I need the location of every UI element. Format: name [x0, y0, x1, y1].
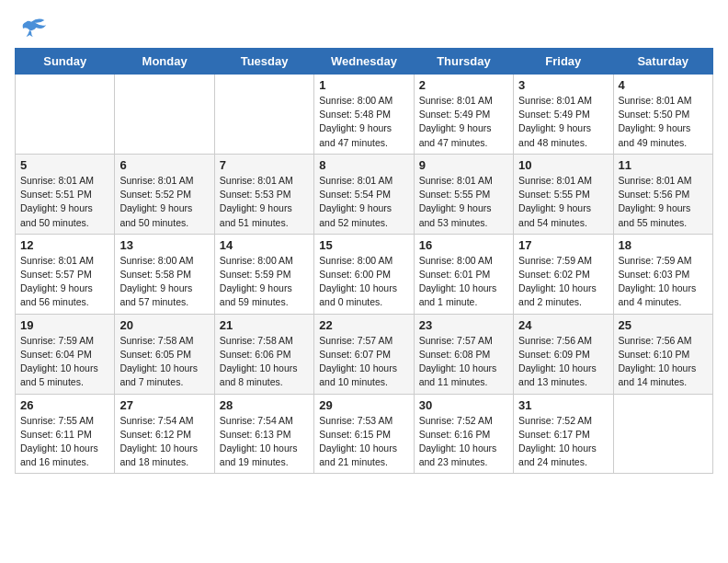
calendar-cell: 8Sunrise: 8:01 AM Sunset: 5:54 PM Daylig… — [314, 154, 414, 234]
day-number: 11 — [619, 158, 708, 172]
calendar-cell: 30Sunrise: 7:52 AM Sunset: 6:16 PM Dayli… — [414, 394, 513, 474]
calendar-cell: 11Sunrise: 8:01 AM Sunset: 5:56 PM Dayli… — [613, 154, 712, 234]
day-info: Sunrise: 8:01 AM Sunset: 5:54 PM Dayligh… — [319, 174, 408, 230]
day-number: 14 — [220, 238, 309, 252]
calendar-cell: 20Sunrise: 7:58 AM Sunset: 6:05 PM Dayli… — [115, 314, 214, 394]
week-row: 1Sunrise: 8:00 AM Sunset: 5:48 PM Daylig… — [16, 75, 713, 155]
header-cell-monday: Monday — [115, 49, 214, 75]
calendar-cell: 31Sunrise: 7:52 AM Sunset: 6:17 PM Dayli… — [514, 394, 613, 474]
header-row: SundayMondayTuesdayWednesdayThursdayFrid… — [16, 49, 713, 75]
week-row: 12Sunrise: 8:01 AM Sunset: 5:57 PM Dayli… — [16, 234, 713, 314]
logo-area — [15, 15, 51, 40]
calendar-cell: 2Sunrise: 8:01 AM Sunset: 5:49 PM Daylig… — [414, 75, 513, 155]
day-info: Sunrise: 8:01 AM Sunset: 5:50 PM Dayligh… — [619, 94, 708, 150]
calendar-cell: 16Sunrise: 8:00 AM Sunset: 6:01 PM Dayli… — [414, 234, 513, 314]
day-number: 6 — [119, 158, 209, 172]
day-number: 16 — [419, 238, 508, 252]
day-info: Sunrise: 8:01 AM Sunset: 5:57 PM Dayligh… — [20, 254, 109, 310]
day-number: 8 — [319, 158, 408, 172]
day-number: 17 — [518, 238, 608, 252]
day-number: 31 — [518, 398, 608, 412]
calendar-cell: 24Sunrise: 7:56 AM Sunset: 6:09 PM Dayli… — [514, 314, 613, 394]
day-number: 7 — [220, 158, 309, 172]
calendar-cell: 3Sunrise: 8:01 AM Sunset: 5:49 PM Daylig… — [514, 75, 613, 155]
calendar-cell — [115, 75, 214, 155]
header-cell-tuesday: Tuesday — [214, 49, 313, 75]
day-number: 4 — [619, 78, 708, 92]
calendar-cell: 5Sunrise: 8:01 AM Sunset: 5:51 PM Daylig… — [16, 154, 115, 234]
calendar-cell: 22Sunrise: 7:57 AM Sunset: 6:07 PM Dayli… — [314, 314, 414, 394]
day-number: 10 — [518, 158, 608, 172]
day-info: Sunrise: 8:00 AM Sunset: 6:00 PM Dayligh… — [319, 254, 408, 310]
day-number: 9 — [419, 158, 508, 172]
day-number: 18 — [619, 238, 708, 252]
calendar-cell: 23Sunrise: 7:57 AM Sunset: 6:08 PM Dayli… — [414, 314, 513, 394]
week-row: 19Sunrise: 7:59 AM Sunset: 6:04 PM Dayli… — [16, 314, 713, 394]
day-info: Sunrise: 8:01 AM Sunset: 5:55 PM Dayligh… — [518, 174, 608, 230]
calendar-cell: 1Sunrise: 8:00 AM Sunset: 5:48 PM Daylig… — [314, 75, 414, 155]
day-info: Sunrise: 7:55 AM Sunset: 6:11 PM Dayligh… — [20, 414, 109, 470]
week-row: 5Sunrise: 8:01 AM Sunset: 5:51 PM Daylig… — [16, 154, 713, 234]
calendar-cell — [613, 394, 712, 474]
day-number: 1 — [319, 78, 408, 92]
day-info: Sunrise: 8:01 AM Sunset: 5:51 PM Dayligh… — [20, 174, 109, 230]
calendar-header: SundayMondayTuesdayWednesdayThursdayFrid… — [16, 49, 713, 75]
day-number: 28 — [220, 398, 309, 412]
calendar-table: SundayMondayTuesdayWednesdayThursdayFrid… — [15, 48, 713, 474]
day-number: 30 — [419, 398, 508, 412]
header-cell-wednesday: Wednesday — [314, 49, 414, 75]
day-number: 13 — [119, 238, 209, 252]
day-number: 3 — [518, 78, 608, 92]
calendar-cell: 21Sunrise: 7:58 AM Sunset: 6:06 PM Dayli… — [214, 314, 313, 394]
day-info: Sunrise: 7:58 AM Sunset: 6:05 PM Dayligh… — [119, 334, 209, 390]
day-info: Sunrise: 8:01 AM Sunset: 5:49 PM Dayligh… — [419, 94, 508, 150]
day-info: Sunrise: 7:59 AM Sunset: 6:02 PM Dayligh… — [518, 254, 608, 310]
calendar-cell — [214, 75, 313, 155]
day-number: 29 — [319, 398, 408, 412]
day-info: Sunrise: 7:59 AM Sunset: 6:04 PM Dayligh… — [20, 334, 109, 390]
header-cell-thursday: Thursday — [414, 49, 513, 75]
day-info: Sunrise: 7:57 AM Sunset: 6:07 PM Dayligh… — [319, 334, 408, 390]
day-info: Sunrise: 7:52 AM Sunset: 6:17 PM Dayligh… — [518, 414, 608, 470]
week-row: 26Sunrise: 7:55 AM Sunset: 6:11 PM Dayli… — [16, 394, 713, 474]
day-info: Sunrise: 8:01 AM Sunset: 5:52 PM Dayligh… — [119, 174, 209, 230]
calendar-cell: 6Sunrise: 8:01 AM Sunset: 5:52 PM Daylig… — [115, 154, 214, 234]
calendar-cell: 27Sunrise: 7:54 AM Sunset: 6:12 PM Dayli… — [115, 394, 214, 474]
day-info: Sunrise: 8:01 AM Sunset: 5:49 PM Dayligh… — [518, 94, 608, 150]
day-info: Sunrise: 7:59 AM Sunset: 6:03 PM Dayligh… — [619, 254, 708, 310]
day-info: Sunrise: 8:00 AM Sunset: 5:48 PM Dayligh… — [319, 94, 408, 150]
day-number: 24 — [518, 318, 608, 332]
day-info: Sunrise: 7:54 AM Sunset: 6:12 PM Dayligh… — [119, 414, 209, 470]
calendar-cell: 28Sunrise: 7:54 AM Sunset: 6:13 PM Dayli… — [214, 394, 313, 474]
calendar-cell: 4Sunrise: 8:01 AM Sunset: 5:50 PM Daylig… — [613, 75, 712, 155]
calendar-cell: 19Sunrise: 7:59 AM Sunset: 6:04 PM Dayli… — [16, 314, 115, 394]
day-number: 26 — [20, 398, 109, 412]
logo-bird-icon — [15, 15, 48, 40]
calendar-cell: 13Sunrise: 8:00 AM Sunset: 5:58 PM Dayli… — [115, 234, 214, 314]
day-number: 21 — [220, 318, 309, 332]
calendar-cell: 18Sunrise: 7:59 AM Sunset: 6:03 PM Dayli… — [613, 234, 712, 314]
calendar-cell: 17Sunrise: 7:59 AM Sunset: 6:02 PM Dayli… — [514, 234, 613, 314]
day-number: 20 — [119, 318, 209, 332]
day-info: Sunrise: 7:57 AM Sunset: 6:08 PM Dayligh… — [419, 334, 508, 390]
calendar-cell: 14Sunrise: 8:00 AM Sunset: 5:59 PM Dayli… — [214, 234, 313, 314]
day-number: 27 — [119, 398, 209, 412]
day-info: Sunrise: 7:52 AM Sunset: 6:16 PM Dayligh… — [419, 414, 508, 470]
day-number: 25 — [619, 318, 708, 332]
header-cell-friday: Friday — [514, 49, 613, 75]
day-number: 5 — [20, 158, 109, 172]
day-info: Sunrise: 7:58 AM Sunset: 6:06 PM Dayligh… — [220, 334, 309, 390]
header-cell-sunday: Sunday — [16, 49, 115, 75]
day-info: Sunrise: 8:01 AM Sunset: 5:53 PM Dayligh… — [220, 174, 309, 230]
calendar-cell: 7Sunrise: 8:01 AM Sunset: 5:53 PM Daylig… — [214, 154, 313, 234]
calendar-cell: 29Sunrise: 7:53 AM Sunset: 6:15 PM Dayli… — [314, 394, 414, 474]
day-info: Sunrise: 7:54 AM Sunset: 6:13 PM Dayligh… — [220, 414, 309, 470]
calendar-cell: 9Sunrise: 8:01 AM Sunset: 5:55 PM Daylig… — [414, 154, 513, 234]
day-info: Sunrise: 8:00 AM Sunset: 5:59 PM Dayligh… — [220, 254, 309, 310]
calendar-cell — [16, 75, 115, 155]
day-info: Sunrise: 8:01 AM Sunset: 5:55 PM Dayligh… — [419, 174, 508, 230]
calendar-cell: 25Sunrise: 7:56 AM Sunset: 6:10 PM Dayli… — [613, 314, 712, 394]
day-number: 23 — [419, 318, 508, 332]
calendar-body: 1Sunrise: 8:00 AM Sunset: 5:48 PM Daylig… — [16, 75, 713, 474]
calendar-cell: 12Sunrise: 8:01 AM Sunset: 5:57 PM Dayli… — [16, 234, 115, 314]
